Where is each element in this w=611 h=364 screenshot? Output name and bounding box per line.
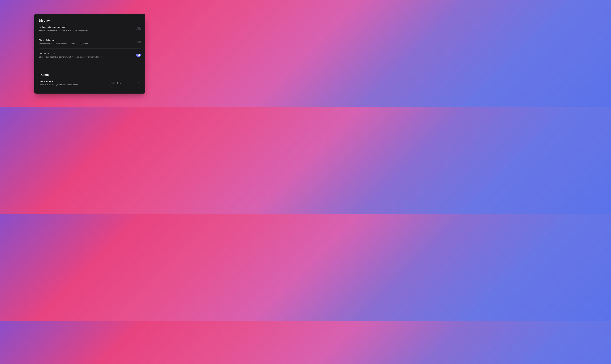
theme-section-heading: Theme (39, 73, 141, 77)
interface-theme-row: Interface theme Select or customize your… (39, 80, 141, 90)
setting-text: Display full names Show full names of us… (39, 39, 136, 45)
pointer-cursors-title: Use pointer cursors (39, 52, 136, 55)
toggle-knob (136, 41, 138, 43)
setting-text: Interface theme Select or customize your… (39, 80, 109, 86)
display-full-names-title: Display full names (39, 39, 136, 41)
display-full-names-row: Display full names Show full names of us… (39, 39, 141, 49)
reduce-motion-toggle[interactable] (136, 27, 141, 30)
pointer-cursors-toggle[interactable] (136, 54, 141, 57)
display-full-names-toggle[interactable] (136, 41, 141, 43)
theme-preview-swatch: Aa (111, 82, 115, 84)
pointer-cursors-row: Use pointer cursors Change the cursor to… (39, 52, 141, 62)
interface-theme-description: Select or customize your interface color… (39, 84, 109, 86)
display-full-names-description: Show full names of users instead of shor… (39, 42, 136, 45)
theme-select[interactable]: Aa Dark (109, 80, 141, 86)
reduce-motion-row: Reduce motion and animations Reduce moti… (39, 26, 141, 35)
chevron-down-icon (137, 82, 139, 84)
theme-preview-dot (112, 83, 112, 83)
theme-preview-label: Aa (113, 82, 115, 84)
settings-panel: Display Reduce motion and animations Red… (34, 14, 145, 93)
interface-theme-title: Interface theme (39, 80, 109, 83)
pointer-cursors-description: Change the cursor to a pointer when hove… (39, 56, 136, 58)
display-section-heading: Display (39, 19, 141, 22)
setting-text: Reduce motion and animations Reduce moti… (39, 26, 136, 31)
reduce-motion-title: Reduce motion and animations (39, 26, 136, 28)
theme-select-value: Dark (117, 82, 137, 84)
setting-text: Use pointer cursors Change the cursor to… (39, 52, 136, 58)
toggle-knob (136, 28, 138, 30)
toggle-knob (138, 54, 140, 56)
reduce-motion-description: Reduce motion in the user interface by d… (39, 29, 136, 31)
